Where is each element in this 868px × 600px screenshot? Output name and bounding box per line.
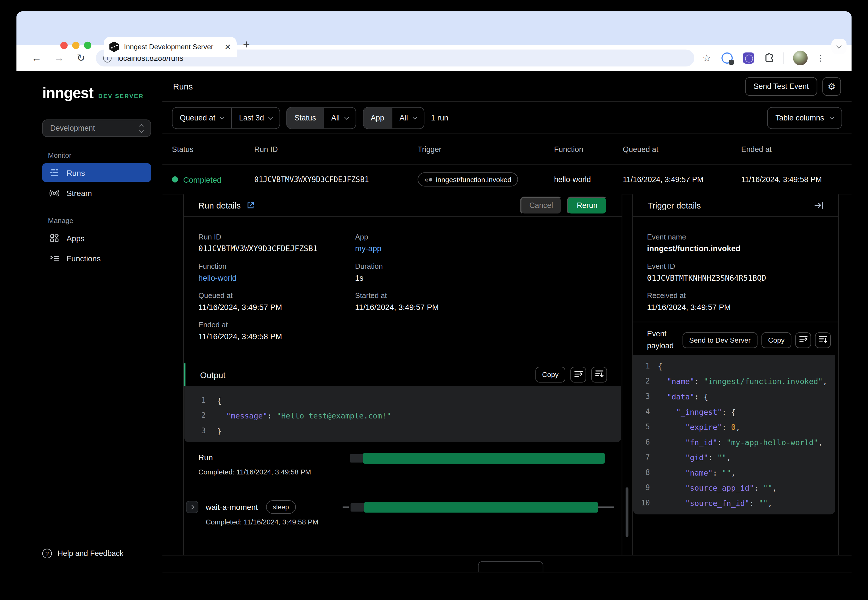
payload-scroll-to-bottom-button[interactable] — [815, 332, 831, 348]
trigger-cell: «inngest/function.invoked — [417, 173, 554, 186]
browser-extension-icon[interactable] — [743, 52, 754, 64]
sort-field-label: Queued at — [180, 114, 215, 122]
tab-search-button[interactable] — [832, 39, 847, 54]
event-payload-code-block[interactable]: 1{2 "name": "inngest/function.invoked",3… — [633, 355, 835, 514]
output-copy-button[interactable]: Copy — [536, 367, 565, 383]
sidebar-item-apps[interactable]: Apps — [42, 229, 151, 247]
timeline-step-label: wait-a-moment — [206, 503, 258, 512]
back-button[interactable]: ← — [32, 52, 42, 64]
code-text: "source_app_id": "", — [658, 483, 777, 492]
status-filter-dropdown[interactable]: All — [323, 108, 355, 128]
runs-table-row[interactable]: Completed01JCVBTMV3WXY9D3CFDEJFZSB1«inng… — [162, 165, 851, 194]
main-area: Runs Send Test Event ⚙ Queued at — [162, 71, 851, 589]
run-field: Queued at11/16/2024, 3:49:57 PM — [198, 291, 355, 311]
line-number: 6 — [633, 438, 650, 446]
cancel-button[interactable]: Cancel — [520, 196, 562, 214]
code-line: 3 "data": { — [633, 389, 835, 404]
password-manager-extension-icon[interactable] — [722, 52, 733, 64]
column-header[interactable]: Trigger — [417, 145, 554, 154]
field-label: Received at — [647, 291, 824, 300]
timeline-run-bar[interactable] — [363, 453, 605, 464]
column-header[interactable]: Status — [172, 145, 254, 154]
extensions-puzzle-icon[interactable] — [765, 53, 775, 63]
minimize-window-button[interactable] — [72, 42, 80, 49]
run-field: Duration1s — [355, 262, 607, 282]
bookmark-star-icon[interactable]: ☆ — [702, 52, 711, 64]
send-test-event-button[interactable]: Send Test Event — [745, 77, 817, 95]
time-range-dropdown[interactable]: Last 3d — [231, 108, 280, 128]
status-filter-group: Status All — [287, 107, 356, 129]
output-code-block[interactable]: 1{2 "message": "Hello test@example.com!"… — [184, 386, 621, 442]
field-value[interactable]: my-app — [355, 244, 607, 253]
run-count: 1 run — [431, 114, 448, 122]
tab-close-icon[interactable]: ✕ — [225, 42, 231, 52]
inngest-logo: inngest DEV SERVER — [17, 84, 162, 102]
functions-icon — [50, 255, 59, 262]
runs-table-header: StatusRun IDTriggerFunctionQueued atEnde… — [162, 134, 851, 165]
sidebar-item-stream[interactable]: Stream — [42, 183, 151, 202]
close-window-button[interactable] — [60, 42, 68, 49]
event-payload-header: Event payload Send to Dev Server Copy — [633, 321, 838, 358]
status-filter-value: All — [331, 114, 340, 122]
sidebar-item-label: Functions — [67, 254, 101, 263]
expand-step-button[interactable] — [186, 501, 198, 514]
field-value[interactable]: hello-world — [198, 273, 355, 282]
browser-menu-icon[interactable]: ⋮ — [816, 53, 825, 63]
footer-divider — [162, 555, 851, 555]
table-columns-button[interactable]: Table columns — [767, 107, 842, 129]
browser-tab[interactable]: Inngest Development Server ✕ — [104, 36, 237, 57]
line-number: 1 — [633, 362, 650, 370]
sort-field-dropdown[interactable]: Queued at — [173, 108, 231, 128]
tab-title: Inngest Development Server — [124, 43, 221, 51]
field-label: Started at — [355, 291, 607, 300]
timeline-step-bar[interactable] — [364, 502, 598, 513]
field-label: Duration — [355, 262, 607, 270]
column-header[interactable]: Run ID — [254, 145, 417, 154]
trigger-badge[interactable]: «inngest/function.invoked — [417, 173, 518, 186]
run-field: Run ID01JCVBTMV3WXY9D3CFDEJFZSB1 — [198, 233, 355, 253]
payload-copy-button[interactable]: Copy — [762, 332, 791, 348]
code-line: 4 "_inngest": { — [633, 404, 835, 419]
help-and-feedback[interactable]: ? Help and Feedback — [42, 549, 124, 559]
content-bottom-border — [162, 572, 851, 573]
app-filter-group: App All — [363, 107, 424, 129]
code-line: 7 "gid": "", — [633, 450, 835, 465]
profile-avatar[interactable] — [793, 51, 808, 65]
open-run-external-icon[interactable] — [247, 202, 254, 209]
code-text: "expire": 0, — [658, 422, 740, 431]
code-line: 11 "source_fn_v": 0 — [633, 511, 835, 515]
rerun-button[interactable]: Rerun — [567, 196, 607, 214]
column-header[interactable]: Queued at — [623, 145, 741, 154]
settings-button[interactable]: ⚙ — [822, 77, 841, 95]
word-wrap-button[interactable] — [571, 367, 586, 383]
column-header[interactable]: Ended at — [741, 145, 842, 154]
toolbar-divider — [784, 52, 784, 64]
details-scrollbar-thumb[interactable] — [625, 487, 628, 537]
send-to-dev-server-button[interactable]: Send to Dev Server — [683, 332, 757, 348]
timeline-step-label: Run — [198, 453, 213, 462]
partially-visible-button[interactable] — [478, 561, 543, 572]
scroll-to-bottom-button[interactable] — [591, 367, 607, 383]
environment-selector[interactable]: Development — [42, 119, 151, 136]
logo-text: inngest — [42, 84, 93, 102]
sidebar-item-functions[interactable]: Functions — [42, 249, 151, 268]
field-value: 11/16/2024, 3:49:57 PM — [647, 303, 824, 312]
code-text: "name": "", — [658, 468, 736, 477]
collapse-panel-icon[interactable] — [815, 202, 824, 209]
new-tab-button[interactable]: + — [243, 38, 250, 52]
zoom-window-button[interactable] — [84, 42, 91, 49]
timeline-completed-at: Completed: 11/16/2024, 3:49:58 PM — [206, 518, 318, 526]
column-header[interactable]: Function — [554, 145, 623, 154]
run-field: Ended at11/16/2024, 3:49:58 PM — [198, 320, 355, 341]
environment-label: Development — [50, 124, 95, 132]
code-line: 3} — [184, 423, 621, 438]
reload-button[interactable]: ↻ — [77, 52, 85, 64]
forward-button[interactable]: → — [54, 52, 64, 64]
sidebar-item-runs[interactable]: Runs — [42, 164, 151, 182]
app-filter-dropdown[interactable]: All — [392, 108, 424, 128]
code-text: { — [658, 361, 662, 370]
payload-word-wrap-button[interactable] — [795, 332, 811, 348]
step-kind-badge: sleep — [266, 500, 296, 514]
field-value: 11/16/2024, 3:49:57 PM — [355, 303, 607, 312]
field-label: Function — [198, 262, 355, 270]
